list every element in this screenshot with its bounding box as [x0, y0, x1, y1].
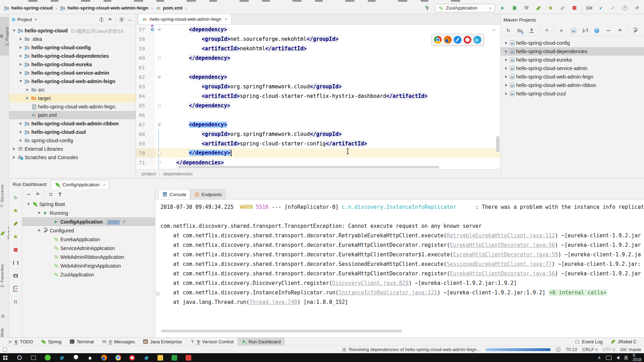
maven-project-hello-spring-cloud-dependencies[interactable]: mhello-spring-cloud-dependencies — [501, 47, 644, 56]
rerun-button[interactable]: ↻ — [11, 193, 20, 202]
toolwindow-button-run-dashboard[interactable]: Run Dashboard — [237, 338, 285, 346]
tree-item-hello-spring-cloud-web-admin-feign-[interactable]: hello-spring-cloud-web-admin-feign. — [9, 102, 136, 111]
jrebel-debug-button[interactable] — [11, 232, 20, 241]
filter-icon[interactable] — [57, 192, 63, 197]
collapse-all-button[interactable] — [616, 26, 624, 35]
run-play-button[interactable] — [499, 4, 507, 12]
encoding-widget[interactable]: UTF-8 — [602, 347, 615, 352]
code-line-67[interactable]: 67 <dependency> — [136, 120, 500, 129]
taskbar-windows-start-icon[interactable] — [2, 355, 8, 361]
run-coverage-button[interactable] — [522, 4, 531, 12]
safari-icon[interactable] — [454, 36, 462, 44]
breadcrumb-item-pom.xml[interactable]: mpom.xml — [155, 5, 184, 12]
settings-star-button[interactable] — [11, 206, 20, 215]
stacktrace-link[interactable]: Thread.java:748 — [249, 299, 297, 305]
tree-item-pom-xml[interactable]: mpom.xml — [9, 111, 136, 119]
pencil-icon[interactable] — [122, 219, 127, 225]
group-by-icon[interactable] — [48, 192, 54, 197]
run-item-WebAdminFeignApplication[interactable]: WebAdminFeignApplication — [22, 261, 155, 270]
caret-position[interactable]: 70:22 — [566, 347, 577, 352]
run-item-WebAdminRibbonApplication[interactable]: WebAdminRibbonApplication — [22, 252, 155, 261]
chevron-collapsed-icon[interactable] — [19, 130, 23, 134]
toolwindow-button-terminal[interactable]: Terminal — [65, 338, 98, 346]
code-line-57[interactable]: 57 <dependency> — [136, 25, 500, 34]
chevron-collapsed-icon[interactable] — [12, 155, 16, 160]
gear-icon[interactable] — [119, 17, 124, 23]
tray-keyboard-icon[interactable] — [606, 355, 612, 361]
chevron-expanded-icon[interactable] — [37, 229, 41, 233]
chevron-collapsed-icon[interactable] — [19, 121, 23, 126]
tray-volume-icon[interactable] — [617, 356, 619, 360]
stripe-jrebel-button[interactable]: JRebel — [0, 218, 9, 249]
taskbar-red-app-icon[interactable] — [185, 355, 192, 361]
refresh-button[interactable]: ↻ — [504, 26, 513, 35]
chevron-collapsed-icon[interactable] — [504, 92, 508, 96]
editor-vertical-scrollbar[interactable] — [496, 136, 500, 152]
taskbar-edge-icon[interactable]: e — [58, 355, 65, 361]
bolt-button[interactable] — [593, 26, 601, 35]
chevron-collapsed-icon[interactable] — [504, 58, 508, 62]
line-ending-widget[interactable]: CRLF⇅ — [582, 347, 597, 352]
tree-item-target[interactable]: target — [9, 94, 136, 102]
exit-button[interactable] — [11, 285, 20, 293]
vcs-update-button[interactable]: ↙ — [597, 4, 605, 12]
jrebel-disabled-button[interactable] — [558, 4, 567, 12]
maven-project-hello-spring-cloud-eureka[interactable]: mhello-spring-cloud-eureka — [501, 56, 644, 64]
code-line-62[interactable]: 62 <dependency> — [136, 72, 500, 82]
stacktrace-link[interactable]: DiscoveryClient.java:829 — [332, 280, 409, 286]
inspection-status-icon[interactable]: ✂ — [493, 27, 497, 32]
code-line-66[interactable]: 66 — [136, 110, 500, 120]
chevron-down-icon[interactable]: ▼ — [34, 18, 37, 21]
tree-item-hello-spring-cloud-eureka[interactable]: hello-spring-cloud-eureka — [9, 60, 136, 69]
tree-item-hello-spring-cloud[interactable]: hello-spring-cloudD:\我的公司\Java\学员\18 — [9, 26, 136, 35]
taskbar-task-view-icon[interactable] — [30, 355, 37, 361]
run-item-ServiceAdminApplication[interactable]: ServiceAdminApplication — [22, 244, 155, 252]
chevron-collapsed-icon[interactable] — [19, 37, 23, 41]
reimport-button[interactable]: ↻ — [516, 26, 524, 35]
opera-icon[interactable] — [464, 36, 471, 44]
chevron-expanded-icon[interactable] — [19, 79, 23, 83]
cancel-progress-icon[interactable]: ✕ — [556, 347, 561, 352]
debug-bug-button[interactable] — [510, 4, 519, 12]
hide-panel-icon[interactable]: — — [127, 17, 133, 23]
code-line-70[interactable]: 70 </dependency> — [136, 148, 500, 158]
chevron-collapsed-icon[interactable] — [19, 62, 23, 67]
locate-file-icon[interactable] — [99, 17, 104, 23]
fold-end-icon[interactable] — [158, 151, 161, 155]
tree-item-spring-cloud-config[interactable]: spring-cloud-config — [9, 136, 136, 145]
jrebel-run-button[interactable] — [11, 219, 20, 228]
taskbar-explorer-icon[interactable] — [157, 355, 163, 361]
chevron-expanded-icon[interactable] — [37, 211, 41, 215]
download-button[interactable] — [527, 26, 536, 35]
chevron-collapsed-icon[interactable] — [12, 147, 16, 151]
build-hammer-button[interactable] — [423, 4, 432, 12]
tree-item-external-libraries[interactable]: External Libraries — [9, 145, 136, 153]
stacktrace-link[interactable]: InstanceInfoReplicator.java:121 — [339, 289, 437, 296]
maven-project-hello-spring-cloud-web-admin-feign[interactable]: mhello-spring-cloud-web-admin-feign — [501, 73, 644, 81]
chevron-collapsed-icon[interactable] — [19, 71, 23, 75]
toolwindow-button-event-log[interactable]: Event Log — [571, 338, 607, 346]
fold-collapse-icon[interactable] — [158, 28, 161, 31]
chevron-collapsed-icon[interactable] — [19, 45, 23, 50]
run-item-Running[interactable]: Running — [22, 208, 155, 217]
camera-button[interactable] — [11, 272, 20, 280]
close-tab-icon[interactable]: × — [103, 182, 105, 187]
code-line-63[interactable]: 63 <groupId>org.springframework.cloud</g… — [136, 82, 500, 91]
expand-all-icon[interactable] — [26, 192, 31, 197]
maven-project-hello-spring-cloud-zuul[interactable]: mhello-spring-cloud-zuul — [501, 89, 644, 98]
breadcrumb-dependencies[interactable]: dependencies — [163, 171, 193, 176]
maven-goal-button[interactable]: m — [569, 26, 578, 35]
tray-clock[interactable]: 9:2018 — [633, 354, 642, 362]
stop-button[interactable] — [11, 245, 20, 254]
stripe-structure-button[interactable]: 7: Structure — [0, 179, 9, 213]
toolwindow-button-jrebel-c[interactable]: JRebel C — [607, 338, 640, 346]
play-gray-button[interactable] — [558, 26, 566, 35]
toolwindow-button-6-todo[interactable]: ≡6: TODO — [4, 338, 37, 346]
chevron-collapsed-icon[interactable] — [25, 96, 30, 100]
grid-button[interactable] — [11, 298, 20, 306]
code-line-65[interactable]: 65 </dependency> — [136, 101, 500, 110]
tree-item-hello-spring-cloud-config[interactable]: hello-spring-cloud-config — [9, 43, 136, 52]
stripe-favorites-button[interactable]: 2: Favorites — [0, 256, 9, 295]
stacktrace-link[interactable]: SessionedEurekaHttpClient.java:77 — [447, 261, 552, 267]
chevron-collapsed-icon[interactable] — [25, 88, 30, 92]
